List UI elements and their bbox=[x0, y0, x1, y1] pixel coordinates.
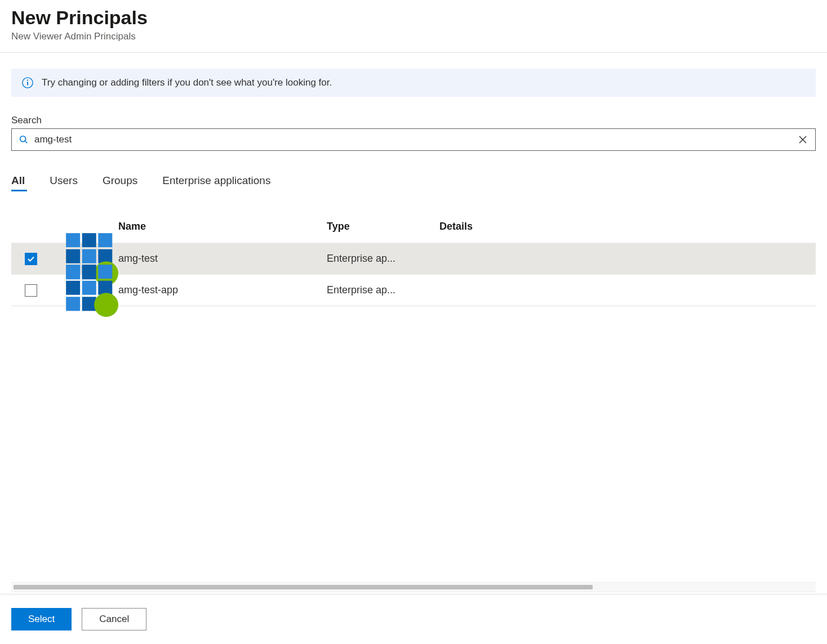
svg-rect-21 bbox=[98, 281, 112, 295]
page-title: New Principals bbox=[11, 7, 816, 29]
table-row[interactable]: amg-test-app Enterprise ap... bbox=[11, 274, 816, 306]
scrollbar-thumb[interactable] bbox=[14, 585, 593, 589]
info-icon bbox=[21, 77, 34, 89]
info-bar: Try changing or adding filters if you do… bbox=[11, 69, 816, 97]
column-type[interactable]: Type bbox=[327, 221, 439, 232]
filter-tabs: All Users Groups Enterprise applications bbox=[11, 175, 816, 190]
svg-rect-22 bbox=[66, 297, 80, 311]
select-button[interactable]: Select bbox=[11, 608, 72, 630]
row-checkbox[interactable] bbox=[25, 253, 37, 265]
svg-point-2 bbox=[27, 79, 28, 80]
footer: Select Cancel bbox=[0, 594, 827, 644]
svg-rect-8 bbox=[82, 233, 96, 247]
row-type: Enterprise ap... bbox=[327, 284, 439, 296]
svg-point-24 bbox=[94, 293, 118, 317]
enterprise-app-icon bbox=[62, 308, 118, 319]
svg-rect-9 bbox=[98, 233, 112, 247]
table-header: Name Type Details bbox=[11, 215, 816, 243]
row-checkbox[interactable] bbox=[25, 284, 37, 297]
page-subtitle: New Viewer Admin Principals bbox=[11, 31, 816, 42]
svg-rect-16 bbox=[66, 265, 80, 279]
column-details[interactable]: Details bbox=[439, 221, 816, 232]
search-label: Search bbox=[11, 115, 816, 126]
row-name: amg-test-app bbox=[118, 284, 327, 296]
svg-rect-23 bbox=[82, 297, 96, 311]
svg-rect-17 bbox=[82, 265, 96, 279]
svg-point-3 bbox=[20, 136, 26, 142]
divider bbox=[0, 52, 827, 53]
tab-groups[interactable]: Groups bbox=[103, 175, 137, 190]
row-type: Enterprise ap... bbox=[327, 253, 439, 265]
clear-icon[interactable] bbox=[797, 134, 808, 145]
tab-enterprise-applications[interactable]: Enterprise applications bbox=[162, 175, 270, 190]
info-message: Try changing or adding filters if you do… bbox=[42, 77, 332, 88]
results-table: Name Type Details bbox=[11, 215, 816, 306]
table-row[interactable]: amg-test Enterprise ap... bbox=[11, 243, 816, 274]
row-name: amg-test bbox=[118, 253, 327, 265]
search-icon bbox=[19, 135, 29, 145]
cancel-button[interactable]: Cancel bbox=[82, 608, 146, 630]
horizontal-scrollbar[interactable] bbox=[11, 582, 816, 592]
search-box[interactable] bbox=[11, 128, 816, 151]
search-input[interactable] bbox=[34, 134, 792, 145]
svg-rect-7 bbox=[66, 233, 80, 247]
svg-rect-19 bbox=[66, 281, 80, 295]
tab-all[interactable]: All bbox=[11, 175, 25, 190]
svg-rect-18 bbox=[98, 265, 112, 279]
tab-users[interactable]: Users bbox=[50, 175, 78, 190]
svg-line-4 bbox=[25, 141, 28, 144]
column-name[interactable]: Name bbox=[118, 221, 327, 232]
svg-rect-20 bbox=[82, 281, 96, 295]
